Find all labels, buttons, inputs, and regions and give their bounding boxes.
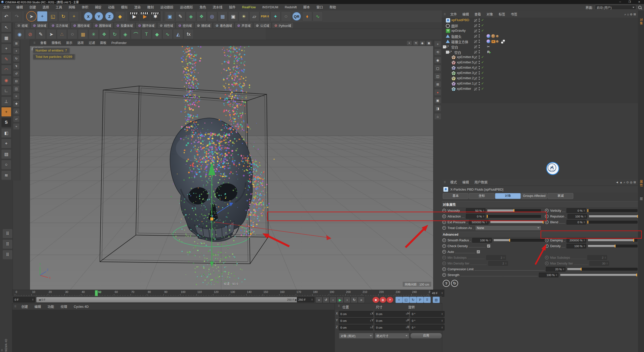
am-corner-icon-3[interactable]: ⌕ bbox=[624, 181, 625, 184]
wire-sphere-icon[interactable]: ◌ bbox=[281, 11, 291, 21]
field-button-立方体域[interactable]: 立方体域 bbox=[49, 22, 70, 28]
left-tool2-icon-5[interactable]: ↺ bbox=[13, 70, 20, 77]
stepper-icon[interactable]: ⇕ bbox=[370, 320, 372, 322]
key-pla-toggle[interactable]: ⠿ bbox=[424, 297, 431, 303]
scale-tool-icon[interactable]: ◱ bbox=[48, 11, 58, 21]
stepper-icon[interactable]: ⇕ bbox=[583, 239, 585, 241]
param-anim-toggle[interactable] bbox=[442, 220, 446, 224]
render-toggle-icon[interactable] bbox=[474, 34, 477, 38]
close-button[interactable]: ✕ bbox=[634, 0, 644, 4]
render-view-icon[interactable]: ▶ bbox=[129, 11, 139, 21]
timeline-window-button[interactable]: ▤ bbox=[433, 297, 440, 303]
viewport-side-icon-8[interactable]: ▣ bbox=[434, 97, 441, 104]
param-value-field[interactable]: 2⇕ bbox=[488, 261, 508, 266]
field-button-圆环体域[interactable]: 圆环体域 bbox=[136, 22, 157, 28]
stepper-icon[interactable]: ⇕ bbox=[503, 257, 505, 259]
field-button-圆锥体域[interactable]: 圆锥体域 bbox=[92, 22, 113, 28]
goto-end-button[interactable]: » bbox=[358, 297, 365, 303]
mm-menu-cycles-4d[interactable]: Cycles 4D bbox=[70, 303, 92, 310]
axis-y-lock-icon[interactable]: Y bbox=[94, 12, 103, 21]
viewport-menu-选项[interactable]: 选项 bbox=[75, 40, 86, 46]
tab-attributes-vertical[interactable]: 属性 bbox=[639, 180, 643, 187]
visibility-dots-icon[interactable] bbox=[478, 55, 480, 59]
coord-field-尺寸-y[interactable]: 0 cm⇕ bbox=[375, 318, 409, 324]
coord-field-位置-x[interactable]: 0 cm⇕ bbox=[339, 311, 373, 317]
param-value-field[interactable]: 0 %⇕ bbox=[567, 208, 586, 213]
left-tool-icon-7[interactable]: ∟ bbox=[1, 86, 11, 96]
realflow-icon[interactable]: ∿ bbox=[313, 11, 323, 21]
coord-field-旋转-b[interactable]: 0 °⇕ bbox=[410, 325, 445, 330]
om-menu-编辑[interactable]: 编辑 bbox=[460, 11, 472, 18]
floor-icon[interactable]: ▦ bbox=[218, 11, 228, 21]
previous-frame-button[interactable]: ‹ bbox=[330, 297, 337, 303]
field-button-圆柱体域[interactable]: 圆柱体域 bbox=[71, 22, 92, 28]
primitive-cube-icon[interactable]: ▣ bbox=[165, 11, 175, 21]
cache-icon[interactable]: ⬧ bbox=[302, 11, 312, 21]
subdivision-surface-icon[interactable]: ◈ bbox=[186, 11, 196, 21]
stepper-icon[interactable]: ⇕ bbox=[370, 327, 372, 329]
menu-体积[interactable]: 体积 bbox=[78, 4, 92, 11]
modeling-icon-5[interactable]: ∴ bbox=[57, 29, 67, 39]
param-value-field[interactable]: 200000 %⇕ bbox=[567, 238, 586, 243]
param-slider[interactable] bbox=[589, 215, 638, 218]
param-value-field[interactable]: 2⇕ bbox=[486, 255, 506, 260]
param-slider[interactable] bbox=[588, 245, 637, 247]
undo-icon[interactable]: ↶ bbox=[1, 11, 11, 21]
menu-insydium[interactable]: INSYDIUM bbox=[259, 4, 281, 11]
menu-插件[interactable]: 插件 bbox=[226, 4, 239, 11]
left-tool2-icon-11[interactable]: ▱ bbox=[13, 116, 20, 122]
tag-ballsm-icon[interactable] bbox=[496, 35, 499, 37]
tree-row-圆环[interactable]: 圆环✓ bbox=[442, 23, 638, 28]
modeling-icon-10[interactable]: ↻ bbox=[110, 29, 120, 39]
left-tool-icon-1[interactable]: ↖ bbox=[1, 23, 11, 32]
tree-row-空白[interactable]: −L⁰空白R bbox=[442, 49, 638, 55]
tag-display-icon[interactable] bbox=[491, 40, 496, 43]
param-anim-toggle[interactable] bbox=[545, 256, 549, 259]
modeling-icon-14[interactable]: ◆ bbox=[152, 29, 162, 39]
menu-编辑[interactable]: 编辑 bbox=[13, 4, 26, 11]
coord-field-位置-z[interactable]: 0 cm⇕ bbox=[339, 325, 373, 330]
left-tool2-icon-6[interactable]: ⊟ bbox=[13, 78, 20, 84]
left-matrix-icon-2[interactable]: ⠿ bbox=[3, 239, 13, 249]
window-resize-grip[interactable]: ⠿ bbox=[1, 349, 3, 352]
viewport-menu-显示[interactable]: 显示 bbox=[64, 40, 75, 46]
menu-帮助[interactable]: 帮助 bbox=[326, 4, 339, 11]
stepper-icon[interactable]: ⇕ bbox=[606, 262, 608, 265]
left-tool2-icon-2[interactable]: + bbox=[13, 48, 20, 54]
stepper-icon[interactable]: ⇕ bbox=[405, 320, 407, 322]
visibility-dots-icon[interactable] bbox=[478, 45, 480, 49]
visibility-dots-icon[interactable] bbox=[478, 18, 480, 22]
stepper-icon[interactable]: ⇕ bbox=[583, 245, 585, 247]
modeling-icon-15[interactable]: ∿ bbox=[163, 29, 173, 39]
left-tool2-icon-1[interactable]: ⊞ bbox=[13, 40, 20, 47]
param-anim-toggle[interactable] bbox=[442, 238, 446, 242]
viewport-canvas[interactable]: YXZ 透视视图 Number of emitters: 7 Total liv… bbox=[30, 46, 433, 290]
goto-start-button[interactable]: « bbox=[315, 297, 323, 303]
coord-system-icon[interactable]: ◆ bbox=[115, 11, 125, 21]
left-tool-icon-9[interactable]: + bbox=[1, 107, 11, 117]
param-anim-toggle[interactable] bbox=[545, 214, 549, 218]
object-name[interactable]: xpEmitter.5 bbox=[457, 60, 474, 64]
am-corner-icon-5[interactable]: ◎ bbox=[630, 181, 632, 184]
object-name[interactable]: xpEmitter.6 bbox=[457, 55, 474, 59]
tree-row-xpemitter-1[interactable]: xpEmitter.1✓ bbox=[442, 81, 638, 86]
stepper-icon[interactable]: ⇕ bbox=[486, 221, 488, 223]
left-tool-icon-15[interactable]: ≋ bbox=[1, 170, 11, 180]
left-tool-icon-4[interactable]: ✎ bbox=[1, 54, 11, 64]
param-dropdown[interactable]: None bbox=[475, 226, 541, 231]
panel-grip-icon[interactable]: ⠿ bbox=[442, 13, 448, 16]
object-name[interactable]: 碰撞立方体 bbox=[451, 39, 468, 44]
menu-窗口[interactable]: 窗口 bbox=[313, 4, 326, 11]
stepper-icon[interactable]: ⇕ bbox=[405, 313, 407, 315]
param-value-field[interactable]: 100 %⇕ bbox=[568, 214, 587, 219]
tree-row-xpemitter-5[interactable]: xpEmitter.5✓ bbox=[442, 60, 638, 65]
render-toggle-icon[interactable] bbox=[474, 19, 477, 22]
material-list-empty[interactable] bbox=[12, 310, 335, 352]
key-scale-toggle[interactable]: ◱ bbox=[403, 297, 410, 303]
viewport-menu-面板[interactable]: 面板 bbox=[98, 40, 109, 46]
param-value-field[interactable]: 100 %⇕ bbox=[539, 273, 558, 277]
om-corner-icon-4[interactable]: ⊞ bbox=[633, 13, 636, 16]
menu-动画[interactable]: 动画 bbox=[105, 4, 118, 11]
modeling-icon-8[interactable]: ✳ bbox=[89, 29, 99, 39]
menu-运动图形[interactable]: 运动图形 bbox=[177, 4, 196, 11]
